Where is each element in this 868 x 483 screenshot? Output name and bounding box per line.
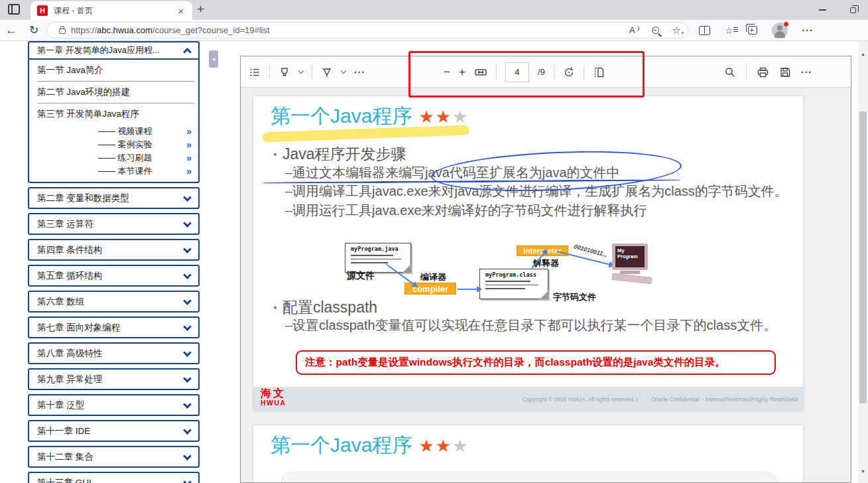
slide2-content-shape: [281, 472, 777, 483]
annotation-more-icon[interactable]: ···: [354, 67, 365, 78]
chevron-down-icon: [183, 271, 192, 279]
profile-avatar[interactable]: [772, 23, 788, 38]
chevron-down-icon: [183, 193, 192, 202]
scroll-down-icon[interactable]: ▼: [858, 469, 868, 474]
save-icon[interactable]: [779, 66, 791, 78]
sidebar-item-chapter5[interactable]: 第五章 循环结构: [28, 265, 200, 287]
chevron-down-icon: [183, 322, 192, 331]
difficulty-stars: ★★: [418, 436, 452, 456]
sidebar-item-chapter10[interactable]: 第十章 泛型: [28, 394, 200, 416]
pdf-page-5: 第一个Java程序★★★: [253, 425, 803, 483]
zoom-out-page-icon[interactable]: [652, 27, 659, 34]
chevron-up-icon: [183, 48, 192, 56]
address-bar[interactable]: https://abc.hwua.com/course_get?course_i…: [46, 22, 688, 38]
red-rectangle-annotation: [408, 51, 645, 98]
difficulty-star-empty: ★: [452, 107, 467, 127]
slide-bullet-2: •配置classpath: [273, 297, 377, 318]
restore-button[interactable]: [837, 0, 868, 20]
page-content: 第一章 开发简单的Java应用程... 第一节 Java简介 第二节 Java环…: [0, 41, 868, 483]
browser-menu-icon[interactable]: ···: [802, 25, 814, 36]
draw-pen-icon[interactable]: [321, 66, 333, 78]
collections-icon[interactable]: +: [748, 26, 757, 34]
pdf-viewer: ··· − + /9: [240, 56, 851, 483]
classpath-desc: –设置classpath变量值可以实现在任意目录下都可以执行某一个目录下的cla…: [285, 318, 793, 336]
scrollbar-thumb[interactable]: [859, 111, 867, 403]
sidebar-item-chapter7[interactable]: 第七章 面向对象编程: [28, 316, 200, 338]
search-icon[interactable]: [724, 66, 736, 78]
sidebar-item-chapter2[interactable]: 第二章 变量和数据类型: [28, 187, 200, 209]
sidebar-item-case-lab[interactable]: —— 案例实验»: [29, 138, 198, 151]
chevron-down-icon: [183, 374, 192, 383]
sidebar-item-chapter6[interactable]: 第六章 数组: [28, 291, 200, 312]
computer-icon: MyProgram: [612, 243, 652, 282]
sidebar-item-section1[interactable]: 第一节 Java简介: [29, 60, 198, 81]
source-file-label: 源文件: [347, 270, 375, 282]
sidebar-item-chapter13[interactable]: 第十三章 GUI: [28, 472, 200, 483]
chevron-down-icon: [183, 478, 192, 483]
slide-bullet-1: •Java程序开发步骤: [273, 144, 406, 165]
window-scrollbar[interactable]: ▲ ▼: [858, 41, 868, 483]
class-file-shape: myProgram.class: [479, 269, 548, 299]
navigation-bar: ← ↻ https://abc.hwua.com/course_get?cour…: [0, 20, 868, 41]
highlighter-icon[interactable]: [279, 66, 290, 78]
java-source-file-shape: myProgram.java: [345, 243, 411, 273]
sidebar-item-chapter12[interactable]: 第十二章 集合: [28, 446, 200, 468]
sidebar-collapse-handle[interactable]: ◄: [209, 50, 218, 68]
pdf-more-icon[interactable]: ···: [801, 67, 812, 78]
sidebar-item-chapter11[interactable]: 第十一章 IDE: [28, 420, 200, 442]
chevron-down-icon: [183, 219, 192, 228]
tab-title: 课程 - 首页: [54, 5, 176, 17]
note-box: 注意：path变量是设置windows执行文件的目录，而classpath设置的…: [296, 350, 776, 375]
difficulty-stars: ★★: [418, 107, 452, 127]
tab-actions-icon[interactable]: [8, 4, 20, 15]
back-button[interactable]: ←: [0, 24, 23, 37]
browser-tab[interactable]: H 课程 - 首页 ×: [31, 1, 192, 20]
favorite-star-icon[interactable]: ☆+: [672, 25, 681, 35]
double-arrow-icon: »: [186, 166, 192, 176]
course-sidebar: 第一章 开发简单的Java应用程... 第一节 Java简介 第二节 Java环…: [28, 41, 200, 483]
sidebar-item-courseware[interactable]: —— 本节课件»: [29, 165, 198, 178]
bytecode-file-label: 字节码文件: [553, 291, 596, 303]
lock-icon[interactable]: [59, 29, 66, 34]
sidebar-item-section2[interactable]: 第二节 Java环境的搭建: [29, 82, 198, 103]
tab-close-icon[interactable]: ×: [176, 5, 186, 17]
chevron-down-icon: [183, 297, 192, 305]
chevron-down-icon: [183, 348, 192, 357]
scroll-up-icon[interactable]: ▲: [858, 52, 868, 56]
step-3: –调用运行工具java.exe来对编译好的字节码文件进行解释执行: [285, 203, 793, 218]
sidebar-item-chapter3[interactable]: 第三章 运算符: [28, 213, 200, 235]
title-bar: H 课程 - 首页 × +: [0, 0, 868, 20]
chevron-down-icon: [183, 400, 192, 409]
difficulty-star-empty: ★: [452, 436, 467, 456]
chevron-down-icon[interactable]: [298, 68, 304, 74]
sidebar-item-chapter4[interactable]: 第四章 条件结构: [28, 239, 200, 261]
chevron-down-icon: [183, 452, 192, 460]
sidebar-item-chapter9[interactable]: 第九章 异常处理: [28, 368, 200, 390]
url-text[interactable]: https://abc.hwua.com/course_get?course_i…: [71, 25, 623, 35]
site-favicon: H: [37, 5, 48, 16]
reload-button[interactable]: ↻: [23, 23, 45, 37]
arrow-compiler-to-class: [458, 289, 477, 290]
chevron-down-icon[interactable]: [341, 68, 346, 74]
sidebar-item-chapter1[interactable]: 第一章 开发简单的Java应用程...: [29, 42, 198, 60]
sidebar-item-exercises[interactable]: —— 练习刷题»: [29, 151, 198, 165]
chevron-down-icon: [183, 245, 192, 253]
minimize-button[interactable]: [807, 0, 837, 20]
sidebar-item-video-lesson[interactable]: —— 视频课程»: [29, 125, 198, 138]
table-of-contents-icon[interactable]: [249, 66, 261, 78]
new-tab-button[interactable]: +: [197, 2, 204, 17]
sidebar-item-section3[interactable]: 第三节 开发简单Java程序: [29, 104, 198, 125]
chapter-1-expanded: 第一章 开发简单的Java应用程... 第一节 Java简介 第二节 Java环…: [28, 41, 200, 183]
browser-window: H 课程 - 首页 × + ← ↻ https://abc.hwua.com/c…: [0, 0, 868, 483]
split-screen-icon[interactable]: [699, 26, 710, 35]
print-icon[interactable]: [757, 66, 769, 78]
interpreter-cn-label: 解释器: [533, 257, 559, 269]
sidebar-item-chapter8[interactable]: 第八章 高级特性: [28, 342, 200, 364]
copyright-text: Copyright © 2015 HWUA. All rights reserv…: [523, 396, 638, 403]
hwua-logo: 海文 HWUA: [261, 388, 286, 407]
slide-footer: 海文 HWUA Copyright © 2015 HWUA. All right…: [253, 387, 803, 411]
favorites-bar-icon[interactable]: ☆: [725, 26, 733, 35]
notification-dot: [783, 21, 789, 27]
pdf-scroll-area[interactable]: 第一个Java程序★★★ •Java程序开发步骤 –通过文本编辑器来编写java…: [241, 88, 851, 482]
read-aloud-icon[interactable]: A: [629, 25, 639, 35]
